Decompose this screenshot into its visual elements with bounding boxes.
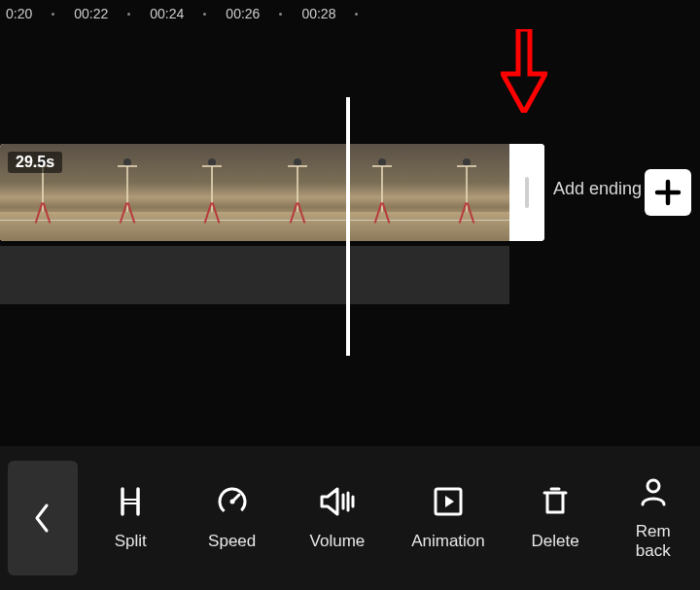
tool-label: Speed bbox=[208, 532, 256, 551]
edit-toolbar: Split Speed Volume bbox=[0, 446, 700, 590]
ruler-tick: 0:20 bbox=[6, 6, 32, 21]
add-ending-label: Add ending bbox=[553, 179, 642, 199]
back-button[interactable] bbox=[8, 461, 78, 575]
speed-button[interactable]: Speed bbox=[190, 485, 275, 551]
remove-bg-button-partial[interactable]: Rem back bbox=[613, 475, 692, 561]
tool-label: Animation bbox=[411, 532, 485, 551]
ruler-tick: 00:24 bbox=[150, 6, 184, 21]
split-icon bbox=[114, 485, 147, 518]
annotation-arrow-icon bbox=[501, 29, 547, 113]
animation-button[interactable]: Animation bbox=[400, 485, 497, 551]
clip-duration-badge: 29.5s bbox=[8, 152, 62, 173]
split-button[interactable]: Split bbox=[91, 485, 170, 551]
speed-icon bbox=[216, 485, 249, 518]
ruler-tick: 00:22 bbox=[74, 6, 108, 21]
svg-point-1 bbox=[229, 500, 234, 504]
animation-icon bbox=[432, 485, 465, 518]
add-ending-button[interactable] bbox=[645, 169, 691, 216]
trash-icon bbox=[539, 485, 572, 518]
delete-button[interactable]: Delete bbox=[516, 485, 595, 551]
plus-icon bbox=[653, 178, 682, 207]
volume-icon bbox=[318, 485, 357, 518]
video-clip[interactable]: 29.5s bbox=[0, 144, 544, 241]
tool-label: Split bbox=[115, 532, 147, 551]
person-icon bbox=[637, 475, 670, 508]
clip-trim-handle-right[interactable] bbox=[509, 144, 544, 241]
ruler-tick: 00:28 bbox=[301, 6, 335, 21]
tool-label: Rem back bbox=[636, 522, 671, 561]
audio-track-empty[interactable] bbox=[0, 246, 509, 304]
ruler-dot bbox=[355, 13, 358, 16]
ruler-dot bbox=[127, 13, 130, 16]
clip-thumbnails bbox=[0, 144, 509, 241]
ruler-dot bbox=[203, 13, 206, 16]
time-ruler[interactable]: 0:20 00:22 00:24 00:26 00:28 bbox=[0, 0, 700, 27]
playhead[interactable] bbox=[346, 97, 350, 356]
tool-label: Delete bbox=[532, 532, 579, 551]
ruler-tick: 00:26 bbox=[226, 6, 260, 21]
chevron-left-icon bbox=[33, 502, 52, 535]
volume-button[interactable]: Volume bbox=[295, 485, 380, 551]
ruler-dot bbox=[279, 13, 282, 16]
tool-label: Volume bbox=[310, 532, 366, 551]
ruler-dot bbox=[52, 13, 54, 16]
svg-point-3 bbox=[648, 480, 659, 492]
